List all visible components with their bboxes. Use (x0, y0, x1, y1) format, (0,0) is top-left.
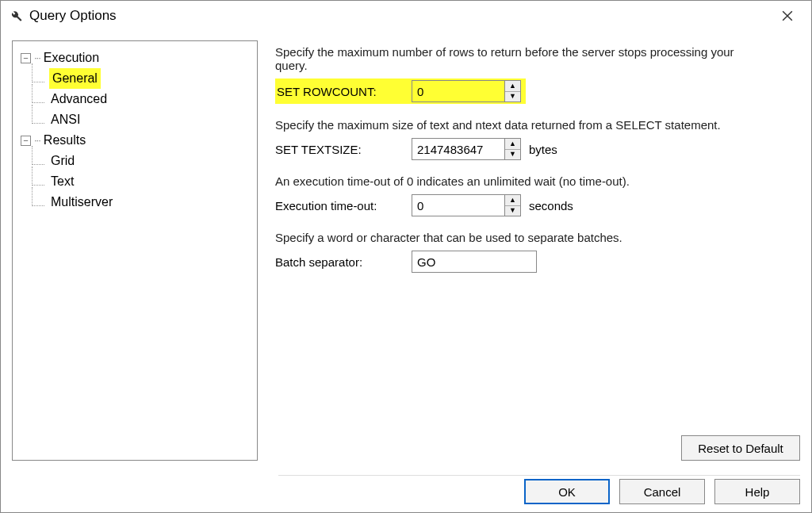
timeout-input[interactable] (412, 195, 504, 216)
tree-node-execution[interactable]: − ··· Execution (17, 48, 252, 68)
batch-label: Batch separator: (275, 255, 404, 269)
rowcount-row: SET ROWCOUNT: ▲ ▼ (275, 78, 800, 104)
collapse-icon[interactable]: − (21, 53, 31, 63)
tree-node-text[interactable]: Text (17, 171, 252, 192)
textsize-row: SET TEXTSIZE: ▲ ▼ bytes (275, 138, 800, 160)
batch-description: Specify a word or character that can be … (275, 231, 759, 244)
spin-down-button[interactable]: ▼ (505, 206, 520, 216)
rowcount-input[interactable] (412, 81, 504, 101)
wrench-icon (9, 9, 23, 23)
timeout-label: Execution time-out: (275, 199, 404, 212)
timeout-spinbox[interactable]: ▲ ▼ (412, 194, 521, 216)
tree-node-advanced[interactable]: Advanced (17, 89, 252, 109)
timeout-unit: seconds (529, 199, 573, 212)
help-button[interactable]: Help (714, 479, 800, 504)
textsize-input[interactable] (412, 139, 504, 159)
dialog-footer: OK Cancel Help (524, 479, 800, 504)
spin-down-button[interactable]: ▼ (505, 92, 520, 102)
timeout-row: Execution time-out: ▲ ▼ seconds (275, 194, 800, 216)
timeout-description: An execution time-out of 0 indicates an … (275, 174, 759, 188)
batch-separator-input[interactable] (412, 251, 537, 273)
textsize-unit: bytes (529, 143, 557, 156)
window-title: Query Options (29, 8, 770, 24)
textsize-description: Specify the maximum size of text and nte… (275, 118, 759, 132)
nav-tree[interactable]: − ··· Execution General Advanced ANSI − … (12, 40, 258, 461)
batch-row: Batch separator: (275, 251, 800, 273)
cancel-button[interactable]: Cancel (619, 479, 705, 504)
rowcount-description: Specify the maximum number of rows to re… (275, 45, 759, 72)
spin-up-button[interactable]: ▲ (505, 195, 520, 206)
tree-node-general[interactable]: General (17, 68, 252, 89)
title-bar: Query Options (1, 1, 811, 31)
reset-to-default-button[interactable]: Reset to Default (681, 435, 800, 461)
ok-button[interactable]: OK (524, 479, 610, 504)
spin-up-button[interactable]: ▲ (505, 81, 520, 92)
tree-node-multiserver[interactable]: Multiserver (17, 192, 252, 212)
textsize-label: SET TEXTSIZE: (275, 143, 404, 156)
collapse-icon[interactable]: − (21, 136, 31, 146)
rowcount-spinbox[interactable]: ▲ ▼ (412, 80, 521, 102)
rowcount-label: SET ROWCOUNT: (277, 85, 405, 98)
client-area: − ··· Execution General Advanced ANSI − … (1, 31, 811, 513)
spin-up-button[interactable]: ▲ (505, 139, 520, 150)
close-button[interactable] (770, 3, 805, 29)
spin-down-button[interactable]: ▼ (505, 150, 520, 160)
divider (278, 475, 800, 476)
tree-node-ansi[interactable]: ANSI (17, 109, 252, 130)
tree-node-grid[interactable]: Grid (17, 151, 252, 171)
tree-node-results[interactable]: − ··· Results (17, 130, 252, 151)
settings-pane: Specify the maximum number of rows to re… (275, 40, 800, 461)
textsize-spinbox[interactable]: ▲ ▼ (412, 138, 521, 160)
